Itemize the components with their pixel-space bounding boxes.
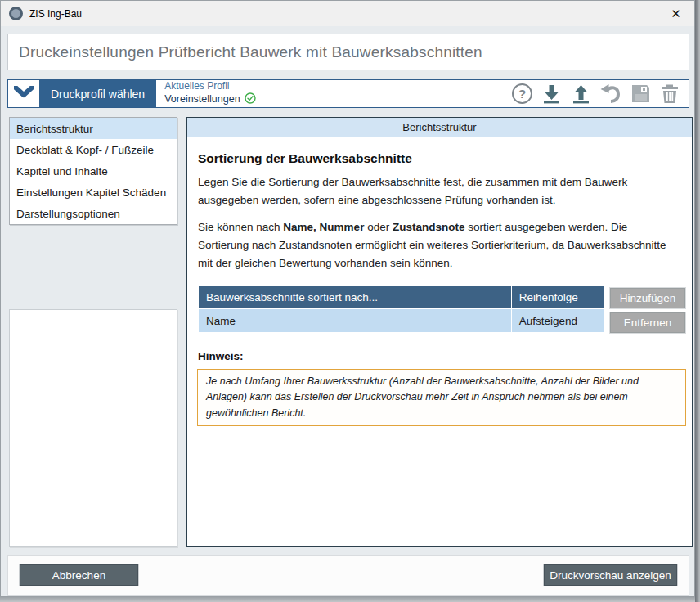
app-logo-icon: [9, 7, 23, 20]
help-icon[interactable]: ?: [511, 83, 533, 105]
paragraph-intro: Legen Sie die Sortierung der Bauwerksabs…: [198, 173, 668, 209]
close-button[interactable]: ✕: [657, 1, 694, 26]
settings-nav-list: Berichtsstruktur Deckblatt & Kopf- / Fuß…: [9, 117, 177, 225]
cell-sort-criterion[interactable]: Name: [199, 309, 511, 332]
settings-panel: Berichtsstruktur Sortierung der Bauwerks…: [186, 117, 693, 547]
window-shadow-right: [695, 0, 700, 602]
panel-body: Sortierung der Bauwerksabschnitte Legen …: [187, 137, 692, 546]
sort-table-header-row: Bauwerksabschnitte sortiert nach... Reih…: [199, 286, 604, 308]
nav-item-einstellungen-kapitel-schaeden[interactable]: Einstellungen Kapitel Schäden: [10, 182, 177, 203]
footer-bar: Abbrechen Druckvorschau anzeigen: [7, 555, 689, 596]
hint-box: Je nach Umfang Ihrer Bauwerksstruktur (A…: [197, 369, 686, 426]
nav-item-kapitel-und-inhalte[interactable]: Kapitel und Inhalte: [10, 160, 177, 182]
print-preview-button[interactable]: Druckvorschau anzeigen: [544, 564, 677, 586]
paragraph-sorting: Sie können nach Name, Nummer oder Zustan…: [198, 218, 668, 272]
sidebar-empty-panel: [9, 309, 177, 547]
current-profile-label: Aktuelles Profil: [164, 80, 255, 92]
column-header-sorted-by[interactable]: Bauwerksabschnitte sortiert nach...: [199, 286, 511, 308]
window-title: ZIS Ing-Bau: [29, 8, 82, 20]
profile-dropdown-toggle[interactable]: [8, 80, 39, 107]
add-button[interactable]: Hinzufügen: [610, 288, 685, 308]
p2-bold-zustandsnote: Zustandsnote: [393, 221, 465, 233]
chevron-down-icon: [14, 86, 34, 102]
svg-text:?: ?: [518, 87, 526, 101]
hint-label: Hinweis:: [198, 350, 244, 362]
sort-table-row[interactable]: Name Aufsteigend: [199, 309, 604, 332]
undo-icon[interactable]: [599, 83, 622, 105]
current-profile-info: Aktuelles Profil Voreinstellungen: [164, 80, 255, 107]
save-icon[interactable]: [630, 83, 652, 105]
p2-text: Sie können nach: [198, 221, 283, 233]
sort-table: Bauwerksabschnitte sortiert nach... Reih…: [198, 285, 604, 333]
section-title: Sortierung der Bauwerksabschnitte: [198, 151, 412, 166]
current-profile-value: Voreinstellungen: [164, 93, 240, 106]
p2-text: oder: [364, 221, 393, 233]
title-bar: ZIS Ing-Bau ✕: [1, 1, 694, 26]
delete-trash-icon[interactable]: [659, 83, 680, 105]
screenshot-stage: ZIS Ing-Bau ✕ Druckeinstellungen Prüfber…: [0, 0, 700, 602]
nav-item-darstellungsoptionen[interactable]: Darstellungsoptionen: [10, 203, 177, 224]
choose-print-profile-button[interactable]: Druckprofil wählen: [39, 80, 156, 107]
check-circle-icon: [245, 92, 256, 108]
dialog-header: Druckeinstellungen Prüfbericht Bauwerk m…: [7, 34, 689, 70]
cell-sort-order[interactable]: Aufsteigend: [512, 309, 604, 332]
window-shadow-bottom: [0, 597, 695, 602]
panel-caption: Berichtsstruktur: [187, 118, 692, 137]
import-download-icon[interactable]: [541, 83, 563, 105]
nav-item-berichtsstruktur[interactable]: Berichtsstruktur: [10, 118, 177, 139]
p2-bold-name-nummer: Name, Nummer: [283, 221, 364, 233]
toolbar: Druckprofil wählen Aktuelles Profil Vore…: [7, 79, 689, 108]
dialog-window: ZIS Ing-Bau ✕ Druckeinstellungen Prüfber…: [0, 0, 695, 597]
remove-button[interactable]: Entfernen: [610, 312, 685, 333]
column-header-order[interactable]: Reihenfolge: [512, 286, 604, 308]
cancel-button[interactable]: Abbrechen: [20, 564, 138, 586]
nav-item-deckblatt-kopf-fusszeile[interactable]: Deckblatt & Kopf- / Fußzeile: [10, 139, 177, 160]
export-upload-icon[interactable]: [570, 83, 592, 105]
dialog-title: Druckeinstellungen Prüfbericht Bauwerk m…: [19, 43, 482, 61]
toolbar-icon-group: ?: [511, 80, 689, 107]
